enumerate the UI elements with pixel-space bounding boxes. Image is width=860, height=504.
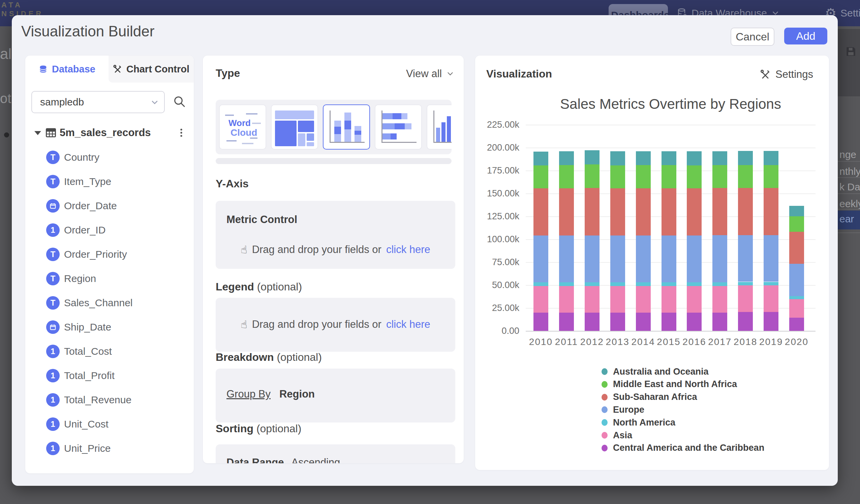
- add-button[interactable]: Add: [784, 28, 827, 44]
- field-row-sales_channel[interactable]: TSales_Channel: [25, 296, 194, 310]
- bar-segment-2013[interactable]: [610, 313, 625, 331]
- legend-dropzone[interactable]: ☝ Drag and drop your fields or click her…: [216, 298, 455, 352]
- bar-segment-2017[interactable]: [712, 313, 727, 331]
- bar-segment-2012[interactable]: [585, 150, 600, 164]
- bar-segment-2018[interactable]: [738, 312, 753, 331]
- chart-type-stacked-bar[interactable]: [375, 104, 422, 149]
- chart-type-scrollbar[interactable]: [216, 158, 452, 164]
- bar-segment-2015[interactable]: [661, 151, 676, 165]
- bar-segment-2016[interactable]: [687, 188, 702, 235]
- bar-segment-2015[interactable]: [661, 282, 676, 286]
- bar-segment-2014[interactable]: [636, 286, 651, 313]
- bar-segment-2014[interactable]: [636, 165, 651, 188]
- bar-segment-2011[interactable]: [559, 286, 574, 313]
- field-row-country[interactable]: TCountry: [25, 150, 194, 165]
- bar-segment-2019[interactable]: [764, 151, 778, 165]
- bar-segment-2020[interactable]: [789, 296, 804, 300]
- bar-segment-2015[interactable]: [661, 286, 676, 313]
- bar-segment-2017[interactable]: [712, 235, 727, 282]
- bar-segment-2013[interactable]: [610, 282, 625, 286]
- bar-segment-2016[interactable]: [687, 313, 702, 331]
- field-row-order_date[interactable]: Order_Date: [25, 199, 194, 213]
- breakdown-dropzone[interactable]: Group By Region: [216, 369, 455, 422]
- bar-segment-2019[interactable]: [764, 188, 778, 235]
- bar-segment-2020[interactable]: [789, 216, 804, 232]
- bar-segment-2019[interactable]: [764, 235, 778, 282]
- bar-segment-2014[interactable]: [636, 151, 651, 165]
- legend-item[interactable]: Asia: [602, 430, 632, 440]
- legend-item[interactable]: Sub-Saharan Africa: [602, 392, 697, 402]
- click-here-link[interactable]: click here: [386, 318, 430, 331]
- field-row-unit_price[interactable]: 1Unit_Price: [25, 441, 194, 456]
- field-row-total_cost[interactable]: 1Total_Cost: [25, 344, 194, 359]
- bar-segment-2014[interactable]: [636, 235, 651, 282]
- field-row-total_profit[interactable]: 1Total_Profit: [25, 368, 194, 383]
- legend-item[interactable]: North America: [602, 417, 675, 428]
- group-by-value[interactable]: Region: [280, 388, 315, 400]
- field-row-total_revenue[interactable]: 1Total_Revenue: [25, 392, 194, 407]
- legend-item[interactable]: Europe: [602, 405, 644, 415]
- bar-segment-2017[interactable]: [712, 151, 727, 165]
- legend-item[interactable]: Central America and the Caribbean: [602, 443, 764, 453]
- bar-segment-2018[interactable]: [738, 235, 753, 282]
- bar-segment-2019[interactable]: [764, 165, 778, 188]
- bar-segment-2014[interactable]: [636, 282, 651, 286]
- bar-segment-2013[interactable]: [610, 165, 625, 188]
- bar-segment-2013[interactable]: [610, 188, 625, 235]
- sorting-dropzone[interactable]: Data Range Ascending: [216, 444, 455, 463]
- bar-segment-2016[interactable]: [687, 165, 702, 188]
- database-select[interactable]: sampledb: [31, 91, 165, 113]
- legend-item[interactable]: Australia and Oceania: [602, 366, 709, 377]
- bar-segment-2010[interactable]: [533, 188, 548, 235]
- bar-segment-2020[interactable]: [789, 206, 804, 216]
- group-by-label[interactable]: Group By: [227, 388, 271, 400]
- settings-button[interactable]: Settings: [760, 68, 813, 81]
- bar-segment-2014[interactable]: [636, 188, 651, 235]
- click-here-link[interactable]: click here: [386, 244, 430, 256]
- bar-segment-2016[interactable]: [687, 282, 702, 286]
- bar-segment-2017[interactable]: [712, 286, 727, 313]
- bar-segment-2018[interactable]: [738, 151, 753, 165]
- bar-segment-2017[interactable]: [712, 188, 727, 235]
- cancel-button[interactable]: Cancel: [731, 28, 774, 46]
- bar-segment-2016[interactable]: [687, 235, 702, 282]
- bar-segment-2019[interactable]: [764, 285, 778, 312]
- bar-segment-2011[interactable]: [559, 165, 574, 188]
- bar-segment-2019[interactable]: [764, 312, 778, 331]
- bar-segment-2011[interactable]: [559, 235, 574, 282]
- bar-segment-2018[interactable]: [738, 188, 753, 235]
- search-icon[interactable]: [173, 95, 186, 108]
- bar-segment-2011[interactable]: [559, 313, 574, 331]
- field-row-order_priority[interactable]: TOrder_Priority: [25, 247, 194, 262]
- chart-type-word-cloud[interactable]: WordCloud: [219, 104, 266, 149]
- bar-segment-2012[interactable]: [585, 235, 600, 282]
- bar-segment-2020[interactable]: [789, 232, 804, 264]
- bar-segment-2015[interactable]: [661, 235, 676, 282]
- bar-segment-2013[interactable]: [610, 151, 625, 165]
- tab-database[interactable]: Database: [25, 56, 109, 83]
- bar-segment-2015[interactable]: [661, 188, 676, 235]
- bar-segment-2020[interactable]: [789, 318, 804, 331]
- field-row-region[interactable]: TRegion: [25, 271, 194, 286]
- tab-chart-control[interactable]: Chart Control: [109, 56, 194, 83]
- chart-type-column[interactable]: [427, 104, 452, 149]
- kebab-menu-icon[interactable]: [176, 127, 187, 138]
- metric-control-dropzone[interactable]: Metric Control ☝ Drag and drop your fiel…: [216, 201, 455, 269]
- bar-segment-2011[interactable]: [559, 188, 574, 235]
- bar-segment-2010[interactable]: [533, 152, 548, 165]
- bar-segment-2010[interactable]: [533, 235, 548, 282]
- table-tree-row[interactable]: 5m_sales_records: [25, 125, 194, 140]
- bar-segment-2010[interactable]: [533, 282, 548, 286]
- bar-segment-2019[interactable]: [764, 282, 778, 286]
- bar-segment-2012[interactable]: [585, 188, 600, 235]
- bar-segment-2018[interactable]: [738, 165, 753, 188]
- bar-segment-2016[interactable]: [687, 151, 702, 165]
- bar-segment-2018[interactable]: [738, 282, 753, 286]
- bar-segment-2018[interactable]: [738, 285, 753, 312]
- bar-segment-2013[interactable]: [610, 235, 625, 282]
- field-row-unit_cost[interactable]: 1Unit_Cost: [25, 417, 194, 432]
- bar-segment-2016[interactable]: [687, 286, 702, 313]
- bar-segment-2012[interactable]: [585, 286, 600, 313]
- bar-segment-2015[interactable]: [661, 313, 676, 331]
- bar-segment-2015[interactable]: [661, 165, 676, 188]
